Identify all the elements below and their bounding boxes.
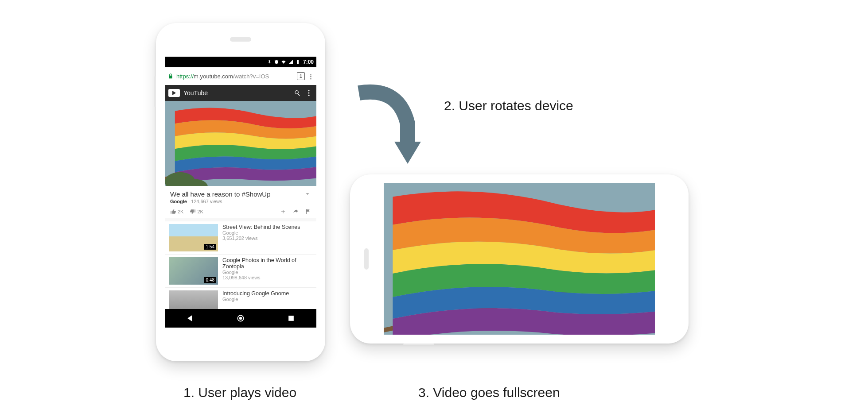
cellular-icon	[288, 59, 293, 65]
flow-arrow	[350, 75, 434, 173]
suggestion-title: Street View: Behind the Scenes	[222, 224, 300, 230]
youtube-header: YouTube	[165, 85, 316, 101]
portrait-screen: 7:00 https://m.youtube.com/watch?v=IOS 1…	[165, 57, 316, 328]
youtube-logo-icon[interactable]	[168, 89, 180, 97]
android-status-bar: 7:00	[165, 57, 316, 67]
expand-description-button[interactable]	[304, 190, 311, 197]
duration-badge: 1:54	[204, 244, 216, 250]
rainbow-flag-image	[165, 101, 316, 186]
suggestion-info: Google Photos in the World of ZootopiaGo…	[222, 257, 312, 280]
url-text: https://m.youtube.com/watch?v=IOS	[176, 73, 294, 80]
step-1-caption: 1. User plays video	[183, 385, 296, 400]
clock-text: 7:00	[303, 59, 314, 65]
suggestion-channel: Google	[222, 270, 312, 275]
thumbs-up-icon	[170, 208, 176, 215]
like-button[interactable]: 2K	[170, 208, 183, 215]
suggestion-channel: Google	[222, 230, 300, 236]
nav-back-button[interactable]	[186, 314, 195, 323]
bluetooth-icon	[267, 59, 272, 65]
svg-point-8	[239, 317, 242, 320]
step-2-caption: 2. User rotates device	[444, 98, 573, 113]
volume-button	[403, 344, 434, 345]
search-icon[interactable]	[293, 89, 301, 97]
suggestion-info: Street View: Behind the ScenesGoogle3,65…	[222, 224, 300, 241]
svg-point-0	[308, 90, 310, 91]
suggestion-channel: Google	[222, 297, 289, 302]
suggested-video-item[interactable]: 1:54Street View: Behind the ScenesGoogle…	[165, 221, 316, 254]
flag-button[interactable]	[305, 208, 311, 215]
phone-portrait-frame: 7:00 https://m.youtube.com/watch?v=IOS 1…	[156, 23, 325, 361]
battery-icon	[295, 59, 300, 65]
suggestion-info: Introducing Google GnomeGoogle	[222, 290, 289, 302]
svg-point-2	[308, 95, 310, 96]
suggestion-title: Google Photos in the World of Zootopia	[222, 257, 312, 270]
suggestion-thumbnail: 0:48	[169, 257, 218, 285]
browser-address-bar[interactable]: https://m.youtube.com/watch?v=IOS 1 ⋮	[165, 67, 316, 85]
rainbow-flag-image-fullscreen	[384, 183, 655, 335]
share-button[interactable]	[292, 208, 299, 215]
duration-badge: 0:48	[204, 277, 216, 283]
browser-menu-button[interactable]: ⋮	[307, 73, 314, 80]
thumbs-down-icon	[190, 208, 196, 215]
suggested-videos-list: 1:54Street View: Behind the ScenesGoogle…	[165, 218, 316, 320]
svg-rect-9	[288, 316, 294, 321]
video-info-panel: We all have a reason to #ShowUp Google ·…	[165, 186, 316, 218]
youtube-menu-icon[interactable]	[305, 89, 313, 97]
nav-home-button[interactable]	[236, 314, 245, 323]
add-to-button[interactable]	[280, 208, 286, 215]
speaker-grille	[364, 248, 369, 270]
wifi-icon	[281, 59, 286, 65]
speaker-grille	[230, 37, 251, 42]
step-3-caption: 3. Video goes fullscreen	[418, 385, 560, 400]
volume-button	[154, 76, 156, 107]
phone-landscape-frame	[350, 174, 689, 344]
android-nav-bar	[165, 309, 316, 328]
lock-icon	[167, 73, 174, 79]
tab-switcher-button[interactable]: 1	[297, 72, 305, 80]
alarm-icon	[274, 59, 279, 65]
video-title: We all have a reason to #ShowUp	[170, 190, 304, 198]
suggested-video-item[interactable]: 0:48Google Photos in the World of Zootop…	[165, 254, 316, 287]
suggestion-views: 3,651,202 views	[222, 236, 300, 241]
suggestion-title: Introducing Google Gnome	[222, 290, 289, 297]
suggestion-views: 13,098,648 views	[222, 275, 312, 280]
suggestion-thumbnail: 1:54	[169, 224, 218, 251]
curved-arrow-icon	[350, 75, 434, 173]
svg-point-1	[308, 93, 310, 94]
nav-recent-button[interactable]	[287, 314, 296, 323]
landscape-screen	[384, 183, 655, 335]
video-player[interactable]	[165, 101, 316, 186]
youtube-wordmark: YouTube	[183, 89, 208, 97]
dislike-button[interactable]: 2K	[190, 208, 203, 215]
video-meta: Google · 124,667 views	[170, 199, 311, 204]
